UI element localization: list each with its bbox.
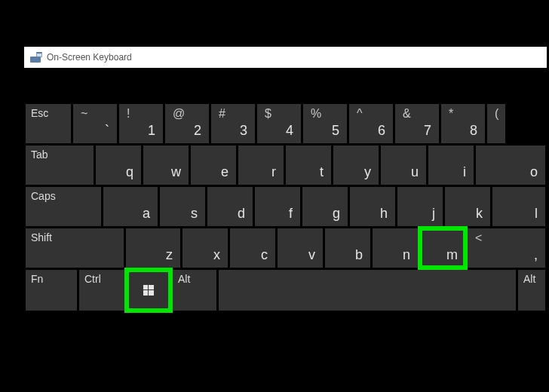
key-space[interactable] (219, 270, 516, 311)
key-b[interactable]: b (325, 228, 370, 268)
titlebar[interactable]: On-Screen Keyboard (24, 47, 547, 68)
key-m[interactable]: m (420, 228, 465, 268)
key-3[interactable]: #3 (211, 104, 255, 143)
key-k[interactable]: k (445, 187, 490, 226)
row-numbers: Esc ~` !1 @2 #3 $4 %5 ^6 &7 *8 ( (24, 104, 547, 143)
key-j[interactable]: j (397, 187, 443, 226)
key-8[interactable]: *8 (441, 104, 485, 143)
key-windows[interactable] (127, 270, 170, 311)
key-caps[interactable]: Caps (26, 187, 101, 226)
key-l[interactable]: l (492, 187, 545, 226)
key-alt-left[interactable]: Alt (173, 270, 216, 311)
windows-icon (143, 285, 154, 296)
row-asdf: Caps a s d f g h j k l (24, 187, 547, 226)
key-z[interactable]: z (126, 228, 180, 268)
key-f[interactable]: f (255, 187, 300, 226)
key-n[interactable]: n (373, 228, 418, 268)
key-fn[interactable]: Fn (26, 270, 77, 311)
key-v[interactable]: v (278, 228, 323, 268)
key-6[interactable]: ^6 (349, 104, 393, 143)
keyboard-icon (30, 52, 42, 63)
key-o[interactable]: o (476, 145, 545, 185)
keyboard-area: Esc ~` !1 @2 #3 $4 %5 ^6 &7 *8 ( Tab q w… (24, 68, 547, 311)
row-zxcv: Shift z x c v b n m <, (24, 228, 547, 268)
key-2[interactable]: @2 (165, 104, 209, 143)
key-a[interactable]: a (103, 187, 158, 226)
key-4[interactable]: $4 (257, 104, 301, 143)
key-ctrl[interactable]: Ctrl (79, 270, 124, 311)
key-shift[interactable]: Shift (26, 228, 124, 268)
key-y[interactable]: y (333, 145, 379, 185)
key-e[interactable]: e (191, 145, 236, 185)
key-i[interactable]: i (428, 145, 474, 185)
key-9-partial[interactable]: ( (487, 104, 505, 143)
key-d[interactable]: d (207, 187, 253, 226)
key-g[interactable]: g (302, 187, 348, 226)
key-r[interactable]: r (238, 145, 284, 185)
osk-window: On-Screen Keyboard Esc ~` !1 @2 #3 $4 %5… (24, 47, 547, 348)
key-backtick[interactable]: ~` (73, 104, 117, 143)
key-c[interactable]: c (230, 228, 275, 268)
key-w[interactable]: w (143, 145, 189, 185)
key-alt-right[interactable]: Alt (518, 270, 545, 311)
window-title: On-Screen Keyboard (47, 52, 132, 63)
key-s[interactable]: s (160, 187, 205, 226)
key-7[interactable]: &7 (395, 104, 439, 143)
key-5[interactable]: %5 (303, 104, 347, 143)
key-u[interactable]: u (381, 145, 426, 185)
key-comma[interactable]: <, (468, 228, 545, 268)
key-tab[interactable]: Tab (26, 145, 94, 185)
key-h[interactable]: h (350, 187, 395, 226)
key-esc[interactable]: Esc (26, 104, 71, 143)
key-q[interactable]: q (96, 145, 141, 185)
row-bottom: Fn Ctrl Alt Alt (24, 270, 547, 311)
row-qwerty: Tab q w e r t y u i o (24, 145, 547, 185)
key-1[interactable]: !1 (119, 104, 163, 143)
key-t[interactable]: t (286, 145, 331, 185)
key-x[interactable]: x (182, 228, 228, 268)
